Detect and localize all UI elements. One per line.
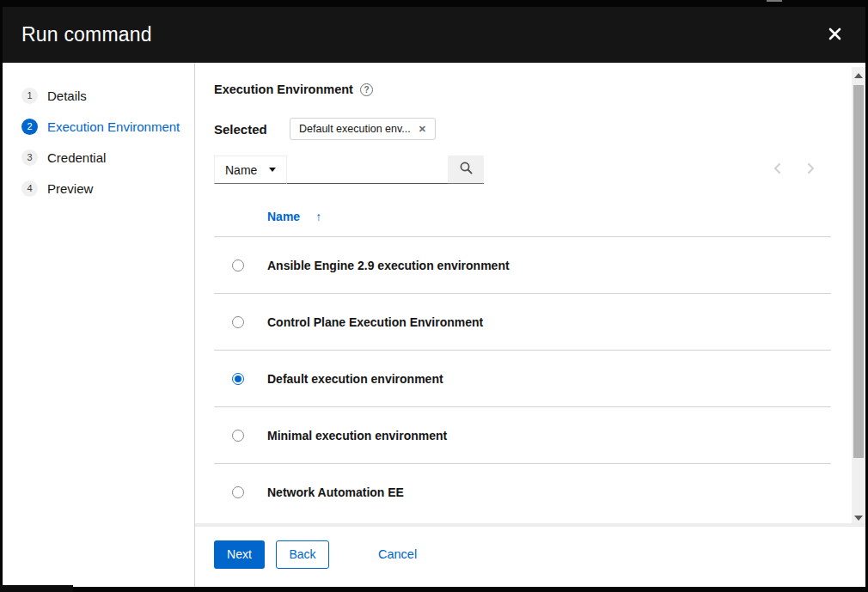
modal-header: Run command — [3, 7, 865, 63]
magnifier-icon — [459, 161, 474, 178]
step-label: Preview — [47, 181, 93, 196]
ee-table-body: Ansible Engine 2.9 execution environment… — [214, 237, 831, 521]
background-page-fragment — [767, 0, 782, 2]
scroll-pane: Execution Environment ? Selected Default… — [195, 63, 852, 523]
caret-down-icon — [269, 168, 276, 172]
row-label: Control Plane Execution Environment — [267, 315, 483, 329]
next-button[interactable]: Next — [214, 540, 265, 569]
wizard-step-details[interactable]: 1Details — [3, 80, 194, 111]
ee-table: Name ↑ Ansible Engine 2.9 execution envi… — [214, 197, 831, 521]
pagination — [769, 156, 831, 184]
close-button[interactable] — [822, 23, 847, 47]
help-icon[interactable]: ? — [360, 83, 373, 96]
name-column-header[interactable]: Name — [267, 210, 300, 223]
table-row: Ansible Engine 2.9 execution environment — [214, 237, 831, 294]
filter-key-dropdown[interactable]: Name — [214, 156, 287, 184]
table-row: Minimal execution environment — [214, 407, 831, 464]
step-number: 1 — [21, 88, 38, 104]
next-page-button[interactable] — [803, 159, 819, 180]
filter-key-label: Name — [225, 163, 257, 177]
vertical-scrollbar[interactable] — [852, 67, 865, 526]
wizard-step-credential[interactable]: 3Credential — [3, 142, 194, 173]
scroll-up-arrow-icon[interactable] — [854, 73, 863, 78]
wizard-footer: Next Back Cancel — [195, 523, 865, 587]
bottom-left-frame-block — [0, 585, 73, 592]
step-label: Execution Environment — [47, 119, 180, 134]
modal-body: 1Details2Execution Environment3Credentia… — [3, 63, 865, 587]
selected-label: Selected — [214, 122, 290, 137]
table-row: Control Plane Execution Environment — [214, 294, 831, 351]
run-command-modal: Run command 1Details2Execution Environme… — [3, 7, 865, 587]
row-label: Minimal execution environment — [267, 429, 447, 442]
window-frame: Run command 1Details2Execution Environme… — [0, 0, 868, 592]
prev-page-button[interactable] — [769, 159, 785, 180]
row-label: Network Automation EE — [267, 485, 404, 499]
row-radio[interactable] — [232, 259, 244, 272]
chevron-left-icon — [773, 162, 782, 177]
chevron-right-icon — [806, 162, 816, 177]
search-input[interactable] — [287, 156, 448, 184]
wizard-steps: 1Details2Execution Environment3Credentia… — [3, 63, 195, 587]
step-number: 3 — [21, 150, 38, 166]
table-header: Name ↑ — [214, 197, 831, 237]
row-radio[interactable] — [232, 316, 244, 328]
scrollbar-thumb[interactable] — [853, 85, 864, 458]
wizard-step-execution-environment[interactable]: 2Execution Environment — [3, 111, 194, 142]
row-label: Default execution environment — [267, 372, 443, 386]
row-radio[interactable] — [232, 430, 244, 442]
step-number: 2 — [21, 119, 38, 135]
selected-row: Selected Default execution env... ✕ — [214, 118, 831, 140]
wizard-step-preview[interactable]: 4Preview — [3, 173, 194, 204]
row-label: Ansible Engine 2.9 execution environment — [267, 259, 510, 272]
radio-cell — [214, 430, 267, 442]
row-radio[interactable] — [232, 486, 244, 498]
step-number: 4 — [21, 180, 38, 197]
radio-cell — [214, 373, 267, 385]
scroll-down-arrow-icon[interactable] — [854, 516, 863, 521]
search-toolbar: Name — [214, 156, 831, 184]
modal-title: Run command — [21, 23, 152, 46]
radio-cell — [214, 486, 267, 498]
main-pane: Execution Environment ? Selected Default… — [195, 63, 865, 587]
radio-cell — [214, 259, 267, 272]
row-radio-selected[interactable] — [232, 373, 244, 385]
chip-close-icon[interactable]: ✕ — [419, 125, 426, 134]
back-button[interactable]: Back — [276, 540, 329, 569]
sort-ascending-icon[interactable]: ↑ — [315, 210, 321, 223]
search-button[interactable] — [448, 156, 484, 184]
step-label: Details — [47, 88, 87, 103]
section-title-row: Execution Environment ? — [214, 82, 831, 96]
selected-chip: Default execution env... ✕ — [290, 118, 436, 140]
step-label: Credential — [47, 150, 106, 165]
table-row: Network Automation EE — [214, 464, 831, 521]
chip-label: Default execution env... — [299, 123, 411, 135]
radio-cell — [214, 316, 267, 328]
table-row: Default execution environment — [214, 351, 831, 407]
cancel-button[interactable]: Cancel — [378, 547, 417, 561]
times-icon — [828, 27, 841, 43]
section-title: Execution Environment — [214, 82, 353, 96]
